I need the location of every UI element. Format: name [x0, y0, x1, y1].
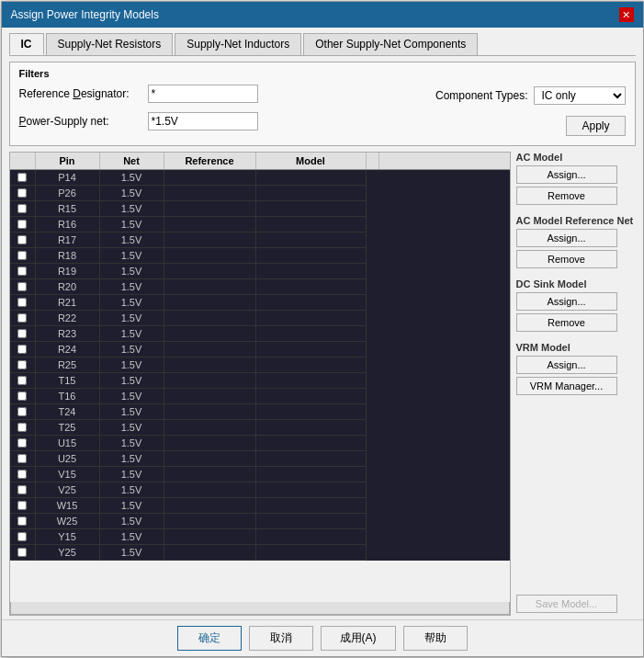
row-checkbox[interactable] — [10, 326, 36, 342]
ac-model-ref-net-label: AC Model Reference Net — [516, 215, 636, 226]
table-row[interactable]: R23 1.5V — [10, 326, 510, 342]
row-checkbox[interactable] — [10, 311, 36, 326]
table-row[interactable]: R25 1.5V — [10, 357, 510, 373]
power-supply-input[interactable] — [148, 112, 258, 130]
row-pin: R17 — [36, 233, 100, 248]
row-checkbox[interactable] — [10, 264, 36, 279]
row-checkbox[interactable] — [10, 217, 36, 233]
row-checkbox[interactable] — [10, 420, 36, 436]
vrm-assign-button[interactable]: Assign... — [516, 356, 617, 374]
row-checkbox[interactable] — [10, 279, 36, 295]
component-types-select[interactable]: IC only — [534, 86, 626, 105]
table-body[interactable]: P14 1.5V P26 1.5V R15 1.5V R16 1.5V R17 … — [10, 170, 510, 602]
save-model-button[interactable]: Save Model... — [516, 595, 617, 613]
table-row[interactable]: R22 1.5V — [10, 311, 510, 326]
ref-designator-label: Reference Designator: — [19, 87, 148, 100]
table-row[interactable]: R20 1.5V — [10, 279, 510, 295]
horizontal-scrollbar[interactable] — [10, 602, 510, 615]
row-checkbox[interactable] — [10, 233, 36, 248]
tab-bar: IC Supply-Net Resistors Supply-Net Induc… — [9, 33, 636, 56]
row-checkbox[interactable] — [10, 514, 36, 529]
tab-ic[interactable]: IC — [9, 33, 44, 55]
tab-supply-net-resistors[interactable]: Supply-Net Resistors — [46, 33, 174, 55]
row-reference — [164, 545, 256, 561]
row-checkbox[interactable] — [10, 404, 36, 420]
row-checkbox[interactable] — [10, 436, 36, 451]
ref-designator-input[interactable] — [148, 85, 258, 103]
table-row[interactable]: V15 1.5V — [10, 467, 510, 482]
table-row[interactable]: T16 1.5V — [10, 389, 510, 404]
row-checkbox[interactable] — [10, 482, 36, 498]
table-row[interactable]: V25 1.5V — [10, 482, 510, 498]
tab-other-supply-net-components[interactable]: Other Supply-Net Components — [303, 33, 478, 55]
row-pin: R25 — [36, 357, 100, 373]
dc-sink-assign-button[interactable]: Assign... — [516, 292, 617, 311]
table-row[interactable]: Y15 1.5V — [10, 529, 510, 545]
table-row[interactable]: R21 1.5V — [10, 295, 510, 311]
row-checkbox[interactable] — [10, 451, 36, 467]
table-header: Pin Net Reference Model — [10, 153, 510, 170]
table-row[interactable]: U25 1.5V — [10, 451, 510, 467]
cancel-button[interactable]: 取消 — [249, 626, 313, 651]
row-checkbox[interactable] — [10, 170, 36, 186]
row-reference — [164, 248, 256, 264]
row-pin: R15 — [36, 201, 100, 217]
row-checkbox[interactable] — [10, 186, 36, 201]
row-model — [256, 545, 367, 561]
row-checkbox[interactable] — [10, 295, 36, 311]
table-row[interactable]: R18 1.5V — [10, 248, 510, 264]
row-checkbox[interactable] — [10, 201, 36, 217]
table-row[interactable]: R17 1.5V — [10, 233, 510, 248]
row-checkbox[interactable] — [10, 342, 36, 357]
row-reference — [164, 217, 256, 233]
table-row[interactable]: P26 1.5V — [10, 186, 510, 201]
row-model — [256, 264, 367, 279]
row-checkbox[interactable] — [10, 498, 36, 514]
table-row[interactable]: Y25 1.5V — [10, 545, 510, 561]
ac-model-ref-net-assign-button[interactable]: Assign... — [516, 229, 617, 247]
table-row[interactable]: R19 1.5V — [10, 264, 510, 279]
row-checkbox[interactable] — [10, 357, 36, 373]
table-row[interactable]: T24 1.5V — [10, 404, 510, 420]
table-row[interactable]: U15 1.5V — [10, 436, 510, 451]
table-row[interactable]: R16 1.5V — [10, 217, 510, 233]
col-pin: Pin — [36, 153, 100, 169]
table-row[interactable]: R24 1.5V — [10, 342, 510, 357]
row-net: 1.5V — [100, 170, 164, 186]
row-checkbox[interactable] — [10, 389, 36, 404]
table-row[interactable]: R15 1.5V — [10, 201, 510, 217]
row-pin: P14 — [36, 170, 100, 186]
row-checkbox[interactable] — [10, 248, 36, 264]
row-reference — [164, 170, 256, 186]
dc-sink-remove-button[interactable]: Remove — [516, 313, 617, 332]
apply-button[interactable]: Apply — [566, 116, 625, 136]
table-row[interactable]: W15 1.5V — [10, 498, 510, 514]
table-row[interactable]: W25 1.5V — [10, 514, 510, 529]
row-net: 1.5V — [100, 514, 164, 529]
filters-content: Reference Designator: Power-Supply net: … — [19, 85, 626, 136]
table-row[interactable]: P14 1.5V — [10, 170, 510, 186]
close-button[interactable]: ✕ — [619, 7, 634, 22]
ac-model-assign-button[interactable]: Assign... — [516, 165, 617, 184]
row-pin: R24 — [36, 342, 100, 357]
row-net: 1.5V — [100, 389, 164, 404]
row-checkbox[interactable] — [10, 467, 36, 482]
table-row[interactable]: T25 1.5V — [10, 420, 510, 436]
help-button[interactable]: 帮助 — [403, 626, 468, 651]
ac-model-remove-button[interactable]: Remove — [516, 187, 617, 205]
ac-model-ref-net-remove-button[interactable]: Remove — [516, 250, 617, 268]
row-model — [256, 170, 367, 186]
row-reference — [164, 467, 256, 482]
row-checkbox[interactable] — [10, 545, 36, 561]
vrm-manager-button[interactable]: VRM Manager... — [516, 377, 617, 395]
tab-supply-net-inductors[interactable]: Supply-Net Inductors — [175, 33, 301, 55]
row-model — [256, 357, 367, 373]
row-checkbox[interactable] — [10, 529, 36, 545]
row-pin: R22 — [36, 311, 100, 326]
confirm-button[interactable]: 确定 — [177, 626, 242, 651]
row-checkbox[interactable] — [10, 373, 36, 389]
table-row[interactable]: T15 1.5V — [10, 373, 510, 389]
row-net: 1.5V — [100, 295, 164, 311]
col-scroll — [367, 153, 379, 169]
apply-footer-button[interactable]: 成用(A) — [321, 626, 396, 651]
